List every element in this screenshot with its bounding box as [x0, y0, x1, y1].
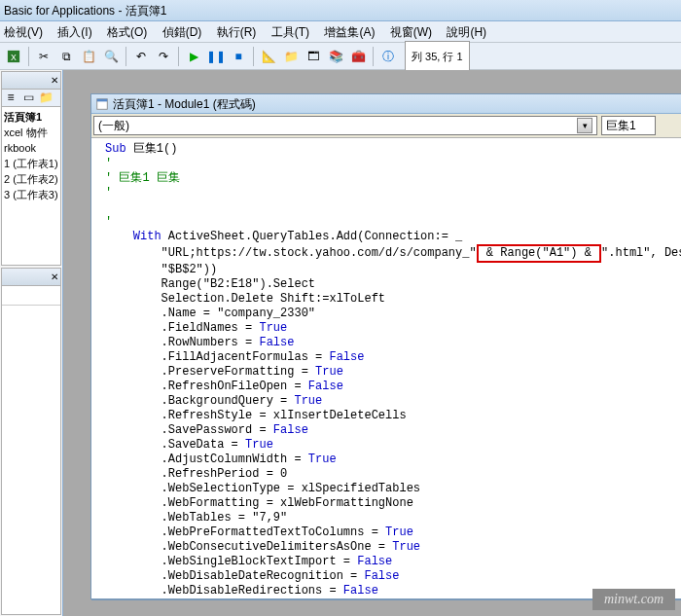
- code-keyword: With: [133, 230, 161, 243]
- menu-addins[interactable]: 增益集(A): [324, 25, 375, 39]
- workspace: ✕ ≡ ▭ 📁 活頁簿1 xcel 物件 rkbook 1 (工作表1) 2 (…: [0, 70, 681, 616]
- watermark: minwt.com: [592, 589, 675, 610]
- properties-icon[interactable]: 🗔: [304, 47, 323, 66]
- menu-help[interactable]: 說明(H): [447, 25, 486, 39]
- code-text: "$B$2")): [105, 263, 217, 276]
- code-keyword: True: [294, 394, 322, 408]
- close-icon[interactable]: ✕: [51, 272, 58, 282]
- copy-icon[interactable]: ⧉: [56, 47, 76, 66]
- module-icon: [95, 97, 109, 111]
- code-text: .SaveData =: [105, 438, 245, 452]
- tree-item[interactable]: xcel 物件: [4, 125, 58, 140]
- menu-window[interactable]: 視窗(W): [390, 25, 432, 39]
- code-keyword: Sub: [105, 142, 126, 156]
- code-keyword: True: [392, 540, 420, 554]
- project-tree[interactable]: 活頁簿1 xcel 物件 rkbook 1 (工作表1) 2 (工作表2) 3 …: [2, 107, 60, 204]
- menubar: 檢視(V) 插入(I) 格式(O) 偵錯(D) 執行(R) 工具(T) 增益集(…: [0, 21, 681, 43]
- separator: [125, 47, 126, 66]
- code-text: .RefreshPeriod = 0: [105, 467, 287, 481]
- redo-icon[interactable]: ↷: [154, 47, 173, 66]
- app-titlebar: Basic for Applications - 活頁簿1: [0, 0, 681, 21]
- code-text: .SavePassword =: [105, 423, 273, 437]
- svg-rect-3: [97, 98, 108, 101]
- toolbar: X ✂ ⧉ 📋 🔍 ↶ ↷ ▶ ❚❚ ■ 📐 📁 🗔 📚 🧰 ⓘ 列 35, 行…: [0, 43, 681, 70]
- tree-item[interactable]: 1 (工作表1): [4, 156, 58, 171]
- code-text: .Refresh BackgroundQuery:=: [105, 598, 343, 599]
- code-text: .WebDisableDateRecognition =: [105, 569, 364, 583]
- object-browser-icon[interactable]: 📚: [326, 47, 345, 66]
- code-keyword: True: [315, 365, 343, 379]
- code-text: .WebSingleBlockTextImport =: [105, 555, 357, 568]
- view-code-icon[interactable]: ≡: [3, 91, 18, 104]
- close-icon[interactable]: ✕: [51, 75, 58, 86]
- procedure-dropdown[interactable]: 巨集1: [601, 116, 656, 135]
- code-window-title: 活頁簿1 - Module1 (程式碼): [113, 94, 256, 114]
- folder-toggle-icon[interactable]: 📁: [38, 91, 54, 104]
- properties-pane: ✕: [1, 268, 61, 615]
- code-text: .WebConsecutiveDelimitersAsOne =: [105, 540, 392, 554]
- tree-item[interactable]: 3 (工作表3): [4, 187, 58, 202]
- undo-icon[interactable]: ↶: [131, 47, 151, 66]
- menu-run[interactable]: 執行(R): [217, 25, 257, 39]
- code-window-titlebar[interactable]: 活頁簿1 - Module1 (程式碼): [91, 94, 681, 114]
- code-text: .RowNumbers =: [105, 336, 259, 349]
- project-explorer-header: ✕: [2, 72, 60, 90]
- code-text: .PreserveFormatting =: [105, 365, 315, 379]
- code-comment: ': [105, 215, 112, 229]
- excel-icon[interactable]: X: [4, 47, 23, 66]
- menu-format[interactable]: 格式(O): [107, 25, 147, 39]
- code-keyword: False: [308, 380, 343, 393]
- cut-icon[interactable]: ✂: [34, 47, 54, 66]
- code-keyword: False: [329, 350, 364, 364]
- view-object-icon[interactable]: ▭: [20, 91, 36, 104]
- help-icon[interactable]: ⓘ: [378, 47, 398, 66]
- code-comment: ': [105, 157, 112, 170]
- code-text: Range("B2:E18").Select: [105, 277, 315, 291]
- tree-item[interactable]: 2 (工作表2): [4, 171, 58, 187]
- pause-icon[interactable]: ❚❚: [206, 47, 226, 66]
- code-keyword: True: [245, 438, 273, 452]
- code-comment: ': [105, 186, 112, 199]
- run-icon[interactable]: ▶: [184, 47, 203, 66]
- code-keyword: False: [357, 555, 392, 568]
- menu-debug[interactable]: 偵錯(D): [162, 25, 202, 39]
- code-text: .WebSelectionType = xlSpecifiedTables: [105, 482, 420, 495]
- design-mode-icon[interactable]: 📐: [259, 47, 278, 66]
- code-editor[interactable]: Sub 巨集1() ' ' 巨集1 巨集 ' ' With ActiveShee…: [91, 138, 681, 599]
- menu-insert[interactable]: 插入(I): [57, 25, 91, 39]
- toolbox-icon[interactable]: 🧰: [348, 47, 368, 66]
- code-keyword: False: [273, 423, 308, 437]
- code-text: .RefreshStyle = xlInsertDeleteCells: [105, 409, 407, 422]
- code-text: .FieldNames =: [105, 321, 259, 335]
- object-dropdown[interactable]: (一般) ▾: [93, 116, 597, 135]
- menu-view[interactable]: 檢視(V): [4, 25, 43, 39]
- project-explorer-icon[interactable]: 📁: [281, 47, 301, 66]
- paste-icon[interactable]: 📋: [79, 47, 98, 66]
- code-text: Selection.Delete Shift:=xlToLeft: [105, 292, 385, 306]
- code-keyword: False: [343, 584, 378, 598]
- project-root[interactable]: 活頁簿1: [4, 109, 58, 125]
- procedure-dropdown-value: 巨集1: [606, 117, 636, 134]
- app-title: Basic for Applications - 活頁簿1: [4, 4, 166, 18]
- stop-icon[interactable]: ■: [229, 47, 248, 66]
- object-dropdown-value: (一般): [98, 117, 129, 134]
- separator: [373, 47, 374, 66]
- code-keyword: False: [259, 336, 294, 349]
- find-icon[interactable]: 🔍: [101, 47, 121, 66]
- code-keyword: True: [308, 453, 337, 466]
- menu-tools[interactable]: 工具(T): [271, 25, 309, 39]
- code-text: "7,9": [252, 511, 287, 525]
- code-text: .FillAdjacentFormulas =: [105, 350, 329, 364]
- separator: [253, 47, 254, 66]
- code-comment: ' 巨集1 巨集: [105, 171, 180, 185]
- properties-dropdown[interactable]: [2, 286, 60, 306]
- code-text: .AdjustColumnWidth =: [105, 453, 308, 466]
- cursor-position: 列 35, 行 1: [405, 41, 470, 72]
- code-text: .WebFormatting = xlWebFormattingNone: [105, 496, 413, 510]
- sidebar: ✕ ≡ ▭ 📁 活頁簿1 xcel 物件 rkbook 1 (工作表1) 2 (…: [0, 70, 63, 616]
- tree-item[interactable]: rkbook: [4, 140, 58, 156]
- chevron-down-icon[interactable]: ▾: [577, 118, 592, 133]
- code-text: .WebDisableRedirections =: [105, 584, 343, 598]
- separator: [28, 47, 29, 66]
- code-text: 巨集1(): [126, 142, 178, 156]
